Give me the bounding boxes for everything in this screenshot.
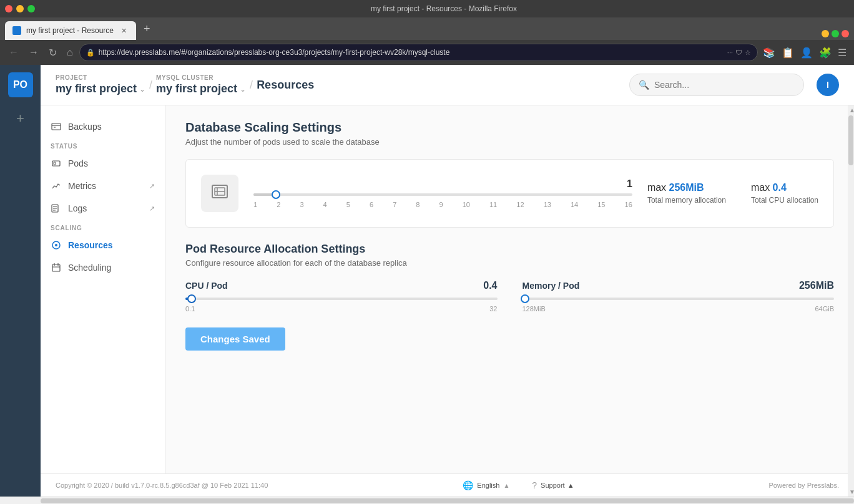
project-name[interactable]: my first project xyxy=(56,82,137,95)
tick-7: 7 xyxy=(393,201,396,208)
tick-6: 6 xyxy=(370,201,373,208)
search-bar[interactable]: 🔍 xyxy=(629,74,804,96)
back-button[interactable]: ← xyxy=(5,44,22,61)
tick-8: 8 xyxy=(416,201,420,208)
tick-14: 14 xyxy=(571,201,578,208)
memory-resource-thumb[interactable] xyxy=(521,294,529,303)
pods-slider-thumb[interactable] xyxy=(272,190,280,199)
cluster-label: MYSQL CLUSTER xyxy=(156,74,246,81)
sidebar-item-scheduling[interactable]: Scheduling xyxy=(41,256,165,279)
scroll-down-icon[interactable]: ▼ xyxy=(848,487,854,497)
cpu-slider-header: CPU / Pod 0.4 xyxy=(185,280,498,291)
active-tab[interactable]: my first project - Resource ✕ xyxy=(5,21,136,40)
extensions-icon[interactable]: 🧩 xyxy=(817,44,834,61)
cluster-chevron-icon[interactable]: ⌄ xyxy=(240,85,246,94)
allocation-description: Configure resource allocation for each o… xyxy=(185,258,834,268)
tab-close-button[interactable]: ✕ xyxy=(119,26,129,36)
page-content: Database Scaling Settings Adjust the num… xyxy=(165,105,854,473)
database-icon xyxy=(210,182,230,206)
cpu-slider-label: CPU / Pod xyxy=(185,281,228,291)
pods-slider-track[interactable] xyxy=(253,193,632,196)
cpu-label: Total CPU allocation xyxy=(751,196,818,205)
bookmarks-icon[interactable]: 📚 xyxy=(760,44,778,61)
scrollbar[interactable]: ▲ ▼ xyxy=(848,105,854,497)
support-label: Support xyxy=(541,482,565,489)
cpu-slider-value: 0.4 xyxy=(483,280,497,291)
horizontal-scrollbar[interactable] xyxy=(0,497,854,504)
pods-slider-ticks: 1 2 3 4 5 6 7 8 9 10 xyxy=(253,201,632,208)
cluster-name[interactable]: my first project xyxy=(156,82,237,95)
user-avatar[interactable]: I xyxy=(817,74,839,96)
tick-11: 11 xyxy=(489,201,497,208)
reload-button[interactable]: ↻ xyxy=(45,44,61,61)
scroll-track[interactable] xyxy=(848,115,854,487)
resources-label: Resources xyxy=(68,240,155,250)
tab-title: my first project - Resource xyxy=(26,26,114,35)
close-dot[interactable] xyxy=(5,5,12,12)
tick-3: 3 xyxy=(300,201,303,208)
new-tab-button[interactable]: + xyxy=(139,20,155,38)
project-chevron-icon[interactable]: ⌄ xyxy=(139,85,145,94)
synced-tabs-icon[interactable]: 📋 xyxy=(779,44,797,61)
language-chevron-icon: ▲ xyxy=(503,482,509,489)
sidebar-item-backups[interactable]: Backups xyxy=(41,115,165,138)
stats-section: max 256MiB Total memory allocation max 0… xyxy=(647,182,818,205)
top-header: PROJECT my first project ⌄ / MYSQL CLUST… xyxy=(41,65,854,105)
tick-2: 2 xyxy=(277,201,280,208)
memory-min-label: 128MiB xyxy=(523,305,546,313)
footer-support[interactable]: Support ▲ xyxy=(541,482,574,489)
scaling-description: Adjust the number of pods used to scale … xyxy=(185,137,834,147)
org-sidebar: PO + xyxy=(0,65,41,497)
forward-button[interactable]: → xyxy=(25,44,42,61)
home-button[interactable]: ⌂ xyxy=(63,44,77,61)
tick-1: 1 xyxy=(253,201,257,208)
tick-9: 9 xyxy=(439,201,443,208)
browser-toolbar: 📚 📋 👤 🧩 ☰ xyxy=(760,44,849,61)
search-icon: 🔍 xyxy=(639,80,649,90)
footer: Copyright © 2020 / build v1.7.0-rc.8.5.g… xyxy=(41,473,854,497)
cpu-resource-thumb[interactable] xyxy=(187,294,196,303)
cluster-breadcrumb-group: MYSQL CLUSTER my first project ⌄ xyxy=(156,74,246,95)
globe-icon: 🌐 xyxy=(463,480,473,490)
sidebar-item-metrics[interactable]: Metrics ↗ xyxy=(41,175,165,197)
backups-label: Backups xyxy=(68,122,155,132)
tick-13: 13 xyxy=(544,201,551,208)
pods-icon xyxy=(51,158,62,169)
save-button[interactable]: Changes Saved xyxy=(185,327,285,351)
lock-icon: 🔒 xyxy=(86,49,95,57)
cpu-resource-slider[interactable] xyxy=(185,298,498,300)
pods-label: Pods xyxy=(68,158,155,168)
scroll-thumb[interactable] xyxy=(848,115,853,165)
memory-slider-header: Memory / Pod 256MiB xyxy=(523,280,835,291)
add-project-button[interactable]: + xyxy=(9,107,32,130)
allocation-section: Pod Resource Allocation Settings Configu… xyxy=(185,243,834,351)
h-scroll-thumb[interactable] xyxy=(41,498,854,503)
menu-icon[interactable]: ☰ xyxy=(835,44,849,61)
cpu-range-labels: 0.1 32 xyxy=(185,305,498,313)
scaling-section-label: SCALING xyxy=(41,220,165,234)
scroll-up-icon[interactable]: ▲ xyxy=(848,105,854,115)
scheduling-icon xyxy=(51,262,62,273)
memory-resource-slider[interactable] xyxy=(523,298,835,300)
user-profile-icon[interactable]: 👤 xyxy=(798,44,815,61)
svg-rect-11 xyxy=(52,264,60,271)
sidebar-item-pods[interactable]: Pods xyxy=(41,152,165,175)
project-label: PROJECT xyxy=(56,74,145,81)
support-icon: ? xyxy=(532,480,537,490)
svg-rect-4 xyxy=(54,162,56,165)
address-bar[interactable]: 🔒 https://dev.presslabs.me/#/organizatio… xyxy=(79,44,758,61)
cpu-max-label: 32 xyxy=(489,305,497,313)
search-input[interactable] xyxy=(654,80,795,90)
metrics-ext-icon: ↗ xyxy=(149,182,155,190)
nav-sidebar: Backups STATUS Pods xyxy=(41,105,165,473)
minimize-dot[interactable] xyxy=(16,5,24,12)
sidebar-item-resources[interactable]: Resources xyxy=(41,234,165,256)
org-avatar[interactable]: PO xyxy=(8,72,33,97)
breadcrumb-separator-2: / xyxy=(250,79,253,92)
status-section-label: STATUS xyxy=(41,138,165,152)
footer-language-selector[interactable]: 🌐 English ▲ ? Support ▲ xyxy=(463,480,574,490)
metrics-icon xyxy=(51,180,62,191)
maximize-dot[interactable] xyxy=(27,5,35,12)
sidebar-item-logs[interactable]: Logs ↗ xyxy=(41,197,165,220)
backups-icon xyxy=(51,121,62,132)
